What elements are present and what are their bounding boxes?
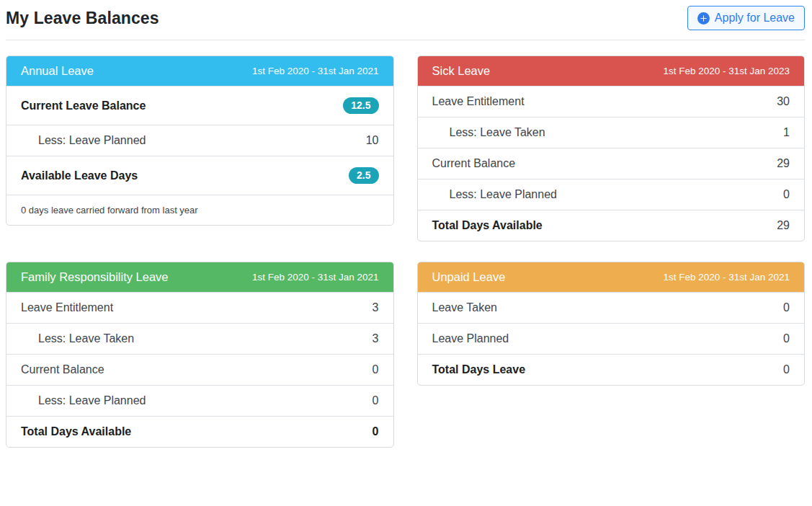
row-label: Current Leave Balance: [21, 99, 146, 112]
row-label: Leave Planned: [432, 332, 509, 345]
leave-row: Current Leave Balance12.5: [6, 86, 393, 125]
card-period: 1st Feb 2020 - 31st Jan 2021: [252, 66, 379, 76]
row-value: 29: [777, 157, 790, 170]
cards-grid: Annual Leave1st Feb 2020 - 31st Jan 2021…: [6, 56, 805, 448]
leave-row: Leave Entitlement3: [6, 292, 393, 323]
row-value: 1: [783, 126, 790, 139]
row-value: 10: [366, 134, 379, 147]
card-title: Sick Leave: [432, 64, 491, 78]
card-family-responsibility-leave: Family Responsibility Leave1st Feb 2020 …: [6, 262, 394, 448]
row-value: 3: [372, 332, 379, 345]
value-badge: 2.5: [349, 167, 378, 184]
row-label: Less: Leave Taken: [450, 126, 545, 139]
row-label: Leave Entitlement: [21, 301, 113, 314]
card-period: 1st Feb 2020 - 31st Jan 2023: [663, 66, 790, 76]
leave-row: Total Days Available0: [6, 416, 393, 447]
row-value: 0: [783, 332, 790, 345]
card-period: 1st Feb 2020 - 31st Jan 2021: [663, 272, 790, 283]
leave-row: Leave Planned0: [418, 323, 805, 354]
row-value: 0: [783, 363, 790, 376]
card-sick-leave: Sick Leave1st Feb 2020 - 31st Jan 2023Le…: [417, 56, 806, 241]
row-value: 0: [372, 394, 379, 407]
leave-row: Current Balance0: [6, 354, 393, 385]
leave-row: Total Days Leave0: [418, 354, 805, 385]
apply-for-leave-label: Apply for Leave: [715, 11, 795, 25]
header-divider: [6, 40, 805, 40]
card-title: Annual Leave: [21, 64, 94, 78]
card-header-annual-leave: Annual Leave1st Feb 2020 - 31st Jan 2021: [6, 56, 393, 86]
row-label: Less: Leave Taken: [38, 332, 134, 345]
plus-circle-icon: [697, 12, 710, 25]
leave-row: Less: Leave Planned0: [418, 179, 805, 210]
card-header-sick-leave: Sick Leave1st Feb 2020 - 31st Jan 2023: [418, 56, 805, 86]
row-value: 3: [372, 301, 379, 314]
page-title: My Leave Balances: [6, 9, 159, 28]
row-label: Current Balance: [432, 157, 516, 170]
row-label: Leave Entitlement: [432, 95, 525, 108]
row-label: Leave Taken: [432, 301, 497, 314]
card-annual-leave: Annual Leave1st Feb 2020 - 31st Jan 2021…: [6, 56, 394, 226]
leave-row: Less: Leave Taken1: [418, 117, 805, 148]
leave-row: Less: Leave Planned0: [6, 385, 393, 416]
leave-row: Leave Entitlement30: [418, 86, 805, 117]
page-header: My Leave Balances Apply for Leave: [6, 0, 805, 30]
card-unpaid-leave: Unpaid Leave1st Feb 2020 - 31st Jan 2021…: [417, 262, 806, 386]
row-value: 0: [372, 425, 379, 438]
row-label: Available Leave Days: [21, 169, 138, 182]
leave-row: Less: Leave Planned10: [6, 125, 393, 156]
row-label: Less: Leave Planned: [38, 134, 146, 147]
apply-for-leave-button[interactable]: Apply for Leave: [687, 6, 805, 30]
leave-balances-page: My Leave Balances Apply for Leave Annual…: [0, 0, 812, 448]
row-label: Total Days Leave: [432, 363, 526, 376]
row-label: Total Days Available: [21, 425, 131, 438]
card-header-family-responsibility-leave: Family Responsibility Leave1st Feb 2020 …: [6, 262, 393, 292]
row-label: Less: Leave Planned: [38, 394, 146, 407]
row-label: Total Days Available: [432, 219, 543, 232]
leave-row: Leave Taken0: [418, 292, 805, 323]
row-value: 29: [777, 219, 790, 232]
card-period: 1st Feb 2020 - 31st Jan 2021: [252, 272, 379, 283]
row-label: Current Balance: [21, 363, 104, 376]
card-title: Family Responsibility Leave: [21, 270, 169, 284]
leave-row: Available Leave Days2.5: [6, 156, 393, 195]
card-header-unpaid-leave: Unpaid Leave1st Feb 2020 - 31st Jan 2021: [418, 262, 805, 292]
value-badge: 12.5: [343, 97, 378, 114]
card-title: Unpaid Leave: [432, 270, 506, 284]
row-value: 0: [783, 301, 790, 314]
row-value: 0: [783, 188, 790, 201]
leave-row: Less: Leave Taken3: [6, 323, 393, 354]
leave-row: Total Days Available29: [418, 210, 805, 241]
row-value: 30: [777, 95, 790, 108]
row-label: Less: Leave Planned: [450, 188, 557, 201]
row-value: 0: [372, 363, 379, 376]
card-footnote: 0 days leave carried forward from last y…: [6, 195, 393, 225]
leave-row: Current Balance29: [418, 148, 805, 179]
